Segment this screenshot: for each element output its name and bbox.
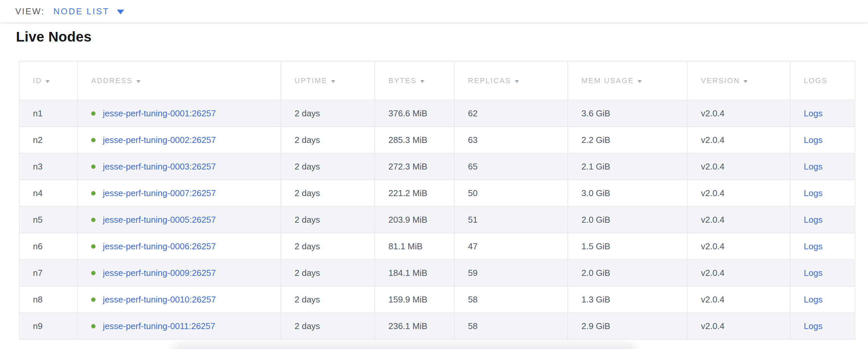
- cell-text: v2.0.4: [701, 215, 724, 225]
- column-label: MEM USAGE: [582, 76, 634, 85]
- cell-bytes: 203.9 MiB: [375, 206, 454, 233]
- table-row: n2jesse-perf-tuning-0002:262572 days285.…: [19, 127, 855, 153]
- column-header-bytes[interactable]: BYTES: [375, 61, 454, 100]
- cell-uptime: 2 days: [281, 153, 375, 180]
- cell-text: 1.3 GiB: [582, 294, 610, 305]
- column-header-replicas[interactable]: REPLICAS: [454, 61, 568, 100]
- cell-address: jesse-perf-tuning-0001:26257: [78, 100, 281, 127]
- node-address-link[interactable]: jesse-perf-tuning-0011:26257: [103, 321, 215, 331]
- node-address-link[interactable]: jesse-perf-tuning-0010:26257: [103, 294, 216, 305]
- cell-uptime: 2 days: [281, 233, 375, 259]
- column-header-address[interactable]: ADDRESS: [78, 61, 281, 100]
- cell-logs: Logs: [790, 206, 855, 233]
- table-row: n8jesse-perf-tuning-0010:262572 days159.…: [19, 286, 855, 313]
- cell-text: n7: [33, 268, 42, 278]
- node-logs-link[interactable]: Logs: [804, 108, 823, 118]
- table-row: n4jesse-perf-tuning-0007:262572 days221.…: [19, 180, 855, 206]
- cell-text: 65: [468, 162, 477, 172]
- cell-mem_usage: 3.0 GiB: [568, 180, 687, 206]
- cell-uptime: 2 days: [281, 100, 375, 127]
- cell-replicas: 58: [454, 286, 568, 313]
- table-header-row: IDADDRESSUPTIMEBYTESREPLICASMEM USAGEVER…: [19, 61, 855, 100]
- node-status-dot-icon: [91, 165, 95, 169]
- cell-version: v2.0.4: [687, 153, 790, 180]
- column-header-uptime[interactable]: UPTIME: [281, 61, 375, 100]
- table-row: n9jesse-perf-tuning-0011:262572 days236.…: [19, 313, 855, 339]
- sort-caret-icon: [638, 80, 642, 83]
- cell-address: jesse-perf-tuning-0005:26257: [78, 206, 281, 233]
- column-header-version[interactable]: VERSION: [687, 61, 790, 100]
- cell-text: 58: [468, 321, 477, 331]
- cell-mem_usage: 2.2 GiB: [568, 127, 687, 153]
- cell-id: n6: [19, 233, 78, 259]
- cell-logs: Logs: [790, 100, 855, 127]
- column-label: ADDRESS: [91, 76, 133, 85]
- node-status-dot-icon: [91, 271, 95, 275]
- node-logs-link[interactable]: Logs: [804, 268, 823, 278]
- node-logs-link[interactable]: Logs: [804, 241, 823, 251]
- cell-text: v2.0.4: [701, 268, 724, 278]
- node-status-dot-icon: [91, 191, 95, 196]
- cell-mem_usage: 2.1 GiB: [568, 153, 687, 180]
- cell-logs: Logs: [790, 233, 855, 259]
- node-logs-link[interactable]: Logs: [804, 135, 823, 145]
- sort-caret-icon: [421, 80, 424, 83]
- cell-text: 203.9 MiB: [389, 215, 427, 225]
- node-logs-link[interactable]: Logs: [804, 294, 823, 305]
- cell-text: n3: [33, 162, 42, 172]
- cell-address: jesse-perf-tuning-0003:26257: [78, 153, 281, 180]
- node-logs-link[interactable]: Logs: [804, 321, 823, 331]
- node-address-link[interactable]: jesse-perf-tuning-0007:26257: [103, 188, 216, 199]
- column-header-mem_usage[interactable]: MEM USAGE: [568, 61, 687, 100]
- cell-text: 2 days: [294, 108, 320, 118]
- cell-logs: Logs: [790, 153, 855, 180]
- cell-text: n2: [33, 135, 42, 145]
- cell-mem_usage: 2.0 GiB: [568, 206, 687, 233]
- node-address-link[interactable]: jesse-perf-tuning-0002:26257: [103, 135, 216, 145]
- sort-caret-icon: [331, 80, 335, 83]
- node-address-link[interactable]: jesse-perf-tuning-0006:26257: [103, 241, 216, 252]
- cell-replicas: 63: [454, 127, 568, 153]
- node-address-link[interactable]: jesse-perf-tuning-0009:26257: [103, 268, 216, 278]
- cell-id: n9: [19, 313, 78, 339]
- cell-version: v2.0.4: [687, 100, 790, 127]
- cell-text: v2.0.4: [701, 162, 724, 172]
- node-address-link[interactable]: jesse-perf-tuning-0003:26257: [103, 162, 216, 172]
- cell-text: 51: [468, 215, 477, 225]
- cell-mem_usage: 2.9 GiB: [568, 313, 687, 339]
- cell-uptime: 2 days: [281, 286, 375, 313]
- node-status-dot-icon: [91, 218, 95, 222]
- cell-text: 2.0 GiB: [582, 215, 610, 225]
- node-logs-link[interactable]: Logs: [804, 162, 823, 172]
- node-status-dot-icon: [91, 298, 95, 302]
- column-label: BYTES: [389, 76, 417, 85]
- cell-text: 2 days: [294, 241, 320, 251]
- node-status-dot-icon: [91, 138, 95, 142]
- cell-bytes: 81.1 MiB: [375, 233, 454, 259]
- column-label: VERSION: [701, 76, 740, 85]
- node-logs-link[interactable]: Logs: [804, 215, 823, 225]
- cell-text: 63: [468, 135, 477, 145]
- cell-text: 50: [468, 188, 477, 198]
- cell-text: 1.5 GiB: [582, 241, 610, 251]
- cell-text: 272.3 MiB: [389, 162, 427, 172]
- cell-text: n8: [33, 294, 42, 305]
- cell-replicas: 59: [454, 259, 568, 286]
- cell-mem_usage: 1.5 GiB: [568, 233, 687, 259]
- column-header-logs: LOGS: [790, 61, 855, 100]
- cell-text: 2 days: [294, 268, 320, 278]
- cell-text: 2 days: [294, 215, 320, 225]
- node-address-link[interactable]: jesse-perf-tuning-0001:26257: [103, 108, 216, 119]
- cell-id: n7: [19, 259, 78, 286]
- view-selector-dropdown[interactable]: NODE LIST: [53, 6, 124, 16]
- cell-text: n5: [33, 215, 42, 225]
- column-header-id[interactable]: ID: [19, 61, 78, 100]
- cell-text: 2.9 GiB: [582, 321, 610, 331]
- column-label: UPTIME: [294, 76, 328, 85]
- cell-text: v2.0.4: [701, 241, 724, 251]
- cell-address: jesse-perf-tuning-0002:26257: [78, 127, 281, 153]
- node-logs-link[interactable]: Logs: [804, 188, 823, 198]
- node-address-link[interactable]: jesse-perf-tuning-0005:26257: [103, 215, 216, 225]
- table-row: n3jesse-perf-tuning-0003:262572 days272.…: [19, 153, 855, 180]
- cell-replicas: 47: [454, 233, 568, 259]
